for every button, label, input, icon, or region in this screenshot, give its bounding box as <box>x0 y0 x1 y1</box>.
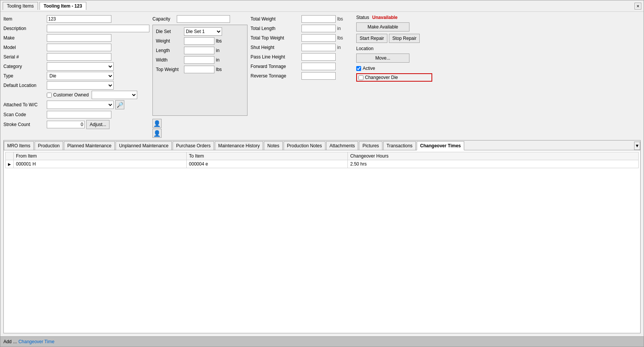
active-label: Active <box>363 66 375 71</box>
description-row: Description <box>3 24 149 33</box>
die-weight-label: Weight <box>156 38 182 44</box>
active-checkbox[interactable] <box>356 66 361 71</box>
serial-input[interactable] <box>47 53 111 61</box>
search-people-icon-1[interactable]: 👤 <box>152 119 162 128</box>
reverse-tonnage-label: Reverse Tonnage <box>251 73 300 79</box>
customer-owned-select[interactable] <box>92 91 137 99</box>
die-top-weight-input[interactable] <box>184 66 214 73</box>
tab-production-notes[interactable]: Production Notes <box>284 141 325 150</box>
die-top-weight-label: Top Weight <box>156 67 182 72</box>
tab-planned-maintenance[interactable]: Planned Maintenance <box>64 141 115 150</box>
die-set-row: Die Set Die Set 1 Die Set 2 <box>156 27 244 36</box>
die-width-unit: in <box>216 57 224 63</box>
main-window: Tooling Items Tooling Item - 123 × Item … <box>0 0 644 347</box>
die-weight-input[interactable] <box>184 37 214 45</box>
row-to-item: 000004 e <box>187 160 348 168</box>
col-to-item: To Item <box>187 152 348 160</box>
attached-wc-search-icon[interactable]: 🔎 <box>115 100 124 109</box>
item-row: Item <box>3 15 149 23</box>
stroke-count-input[interactable] <box>47 121 85 128</box>
shut-height-label: Shut Height <box>251 45 300 50</box>
scan-code-row: Scan Code <box>3 110 149 119</box>
changeover-time-link[interactable]: Changeover Time <box>18 339 54 344</box>
make-input[interactable] <box>47 34 111 42</box>
col-indicator <box>6 152 14 160</box>
tab-maintenance-history[interactable]: Maintenance History <box>215 141 263 150</box>
col-from-item: From Item <box>14 152 187 160</box>
stop-repair-button[interactable]: Stop Repair <box>389 34 420 43</box>
die-set-label: Die Set <box>156 29 182 34</box>
type-label: Type <box>3 73 45 79</box>
die-width-label: Width <box>156 57 182 63</box>
total-top-weight-unit: lbs <box>337 35 345 41</box>
category-select[interactable] <box>47 62 114 71</box>
tab-pictures[interactable]: Pictures <box>359 141 382 150</box>
die-width-row: Width in <box>156 56 244 64</box>
item-input[interactable] <box>47 15 111 23</box>
attached-wc-row: Attached To W/C 🔎 <box>3 100 149 109</box>
changeover-die-row: Changeover Die <box>356 73 432 82</box>
type-select[interactable]: Die <box>47 72 114 80</box>
pass-line-row: Pass Line Height <box>251 53 353 61</box>
scan-code-input[interactable] <box>47 111 111 118</box>
description-input[interactable] <box>47 25 149 32</box>
close-button[interactable]: × <box>634 3 641 9</box>
default-location-label: Default Location <box>3 83 45 88</box>
tab-content-changeover-times: From Item To Item Changeover Hours ▶ 000… <box>4 150 640 333</box>
add-label: Add <box>3 339 11 344</box>
bottom-bar: Add ... Changeover Time <box>0 336 644 347</box>
pass-line-label: Pass Line Height <box>251 54 300 60</box>
tab-changeover-times[interactable]: Changeover Times <box>417 141 464 150</box>
default-location-select[interactable] <box>47 81 114 90</box>
tab-overflow-button[interactable]: ▼ <box>634 142 640 150</box>
shut-height-row: Shut Height in <box>251 43 353 52</box>
start-repair-button[interactable]: Start Repair <box>356 34 387 43</box>
type-row: Type Die <box>3 72 149 80</box>
tab-mro-items[interactable]: MRO Items <box>4 141 34 150</box>
reverse-tonnage-input[interactable] <box>301 72 336 80</box>
customer-owned-checkbox[interactable] <box>47 93 52 98</box>
model-label: Model <box>3 45 45 50</box>
total-weight-input[interactable] <box>301 15 336 23</box>
die-length-label: Length <box>156 48 182 53</box>
tab-tooling-items[interactable]: Tooling Items <box>3 2 38 10</box>
die-width-input[interactable] <box>184 56 214 64</box>
shut-height-input[interactable] <box>301 44 336 51</box>
search-people-icon-2[interactable]: 👤 <box>152 129 162 138</box>
capacity-input[interactable] <box>177 15 230 23</box>
model-input[interactable] <box>47 44 111 51</box>
move-button[interactable]: Move... <box>356 54 409 63</box>
adjust-button[interactable]: Adjust... <box>86 120 109 129</box>
tabs-container: MRO Items Production Planned Maintenance… <box>3 140 641 333</box>
total-weight-label: Total Weight <box>251 16 300 22</box>
tab-production[interactable]: Production <box>35 141 63 150</box>
make-row: Make <box>3 34 149 42</box>
changeover-die-checkbox[interactable] <box>358 75 363 80</box>
tab-transactions[interactable]: Transactions <box>383 141 416 150</box>
row-from-item: 000001 H <box>14 160 187 168</box>
total-length-input[interactable] <box>301 25 336 32</box>
tab-unplanned-maintenance[interactable]: Unplanned Maintenance <box>116 141 172 150</box>
attached-wc-select[interactable] <box>47 101 114 109</box>
die-length-row: Length in <box>156 46 244 55</box>
repair-buttons: Start Repair Stop Repair <box>356 34 432 43</box>
die-length-input[interactable] <box>184 47 214 54</box>
tab-notes[interactable]: Notes <box>264 141 282 150</box>
tab-attachments[interactable]: Attachments <box>326 141 358 150</box>
capacity-row: Capacity <box>152 15 247 23</box>
forward-tonnage-input[interactable] <box>301 63 336 70</box>
stroke-count-label: Stroke Count <box>3 122 45 127</box>
tab-tooling-item-123[interactable]: Tooling Item - 123 <box>40 2 86 10</box>
pass-line-input[interactable] <box>301 53 336 61</box>
forward-tonnage-row: Forward Tonnage <box>251 62 353 71</box>
tab-purchase-orders[interactable]: Purchase Orders <box>173 141 214 150</box>
model-row: Model <box>3 43 149 52</box>
serial-label: Serial # <box>3 54 45 60</box>
make-available-button[interactable]: Make Available <box>356 22 409 32</box>
die-weight-unit: lbs <box>216 38 224 44</box>
total-top-weight-input[interactable] <box>301 34 336 42</box>
right-column: Status Unavailable Make Available Start … <box>356 15 432 138</box>
category-label: Category <box>3 64 45 69</box>
table-row[interactable]: ▶ 000001 H 000004 e 2.50 hrs <box>6 160 639 168</box>
die-set-select[interactable]: Die Set 1 Die Set 2 <box>184 27 222 36</box>
